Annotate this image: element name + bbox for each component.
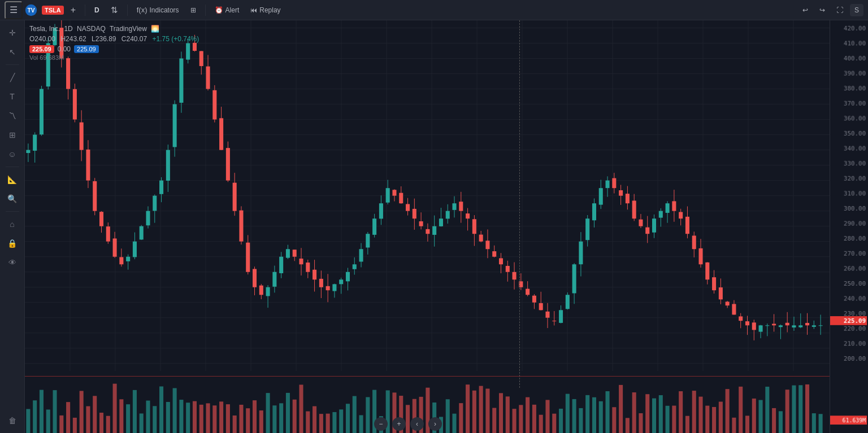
- tradingview-logo: TV: [25, 4, 37, 16]
- compare-button[interactable]: ⇅: [106, 3, 123, 18]
- layout-icon: ⊞: [190, 6, 196, 14]
- divider-2: [127, 5, 128, 16]
- divider-1: [85, 5, 85, 16]
- alert-icon: ⏰: [215, 6, 223, 14]
- path-tool[interactable]: 〽: [3, 107, 21, 125]
- fullscreen-icon: ⛶: [836, 6, 843, 14]
- toolbar-divider-1: [6, 64, 19, 65]
- scroll-right-button[interactable]: ›: [428, 417, 442, 431]
- undo-icon: ↩: [802, 6, 808, 14]
- add-chart-button[interactable]: +: [66, 3, 80, 18]
- measure-tool[interactable]: 📐: [3, 170, 21, 189]
- more-button[interactable]: S: [850, 4, 863, 16]
- replay-icon: ⏮: [250, 6, 257, 14]
- redo-button[interactable]: ↪: [815, 4, 830, 16]
- scroll-left-button[interactable]: ‹: [410, 417, 424, 431]
- zoom-out-button[interactable]: −: [374, 417, 388, 431]
- chart-type-tool[interactable]: ⌂: [3, 215, 21, 233]
- lock-tool[interactable]: 🔒: [3, 234, 21, 252]
- divider-3: [205, 5, 206, 16]
- price-axis: [830, 20, 868, 433]
- chart-area[interactable]: Tesla, Inc. 1D NASDAQ TradingView 🌅 O240…: [25, 20, 830, 433]
- draw-line-tool[interactable]: ╱: [3, 68, 21, 86]
- trash-tool[interactable]: 🗑: [3, 412, 21, 430]
- left-toolbar: ✛ ↖ ╱ T 〽 ⊞ ☺ 📐 🔍 ⌂ 🔒 👁 🗑: [0, 20, 25, 433]
- text-tool[interactable]: T: [3, 88, 21, 106]
- zoom-in-button[interactable]: +: [392, 417, 406, 431]
- toolbar-divider-2: [6, 167, 19, 167]
- replay-button[interactable]: ⏮ Replay: [246, 4, 285, 16]
- compare-icon: ⇅: [111, 5, 118, 15]
- more-icon: S: [854, 6, 859, 14]
- main-layout: ✛ ↖ ╱ T 〽 ⊞ ☺ 📐 🔍 ⌂ 🔒 👁 🗑 Tesla, Inc. 1D…: [0, 20, 868, 433]
- indicators-icon: f(x): [137, 6, 147, 14]
- timeframe-button[interactable]: D: [90, 4, 104, 16]
- alert-button[interactable]: ⏰ Alert: [210, 4, 244, 16]
- crosshair-tool[interactable]: ✛: [3, 24, 21, 42]
- ticker-badge[interactable]: TSLA: [42, 6, 64, 15]
- emoji-tool[interactable]: ☺: [3, 145, 21, 163]
- undo-button[interactable]: ↩: [798, 4, 813, 16]
- fullscreen-button[interactable]: ⛶: [832, 4, 848, 16]
- chart-canvas[interactable]: [25, 20, 830, 433]
- pointer-tool[interactable]: ↖: [3, 43, 21, 61]
- toolbar-divider-3: [6, 211, 19, 212]
- menu-button[interactable]: ☰: [5, 1, 23, 19]
- indicators-button[interactable]: f(x) Indicators: [132, 3, 184, 16]
- zoom-tool[interactable]: 🔍: [3, 190, 21, 208]
- pattern-tool[interactable]: ⊞: [3, 126, 21, 144]
- eye-tool[interactable]: 👁: [3, 253, 21, 272]
- redo-icon: ↪: [819, 6, 825, 14]
- svg-text:TV: TV: [27, 7, 34, 13]
- layout-button[interactable]: ⊞: [186, 4, 201, 16]
- topbar: ☰ TV TSLA + D ⇅ f(x) Indicators ⊞ ⏰ Aler…: [0, 0, 868, 20]
